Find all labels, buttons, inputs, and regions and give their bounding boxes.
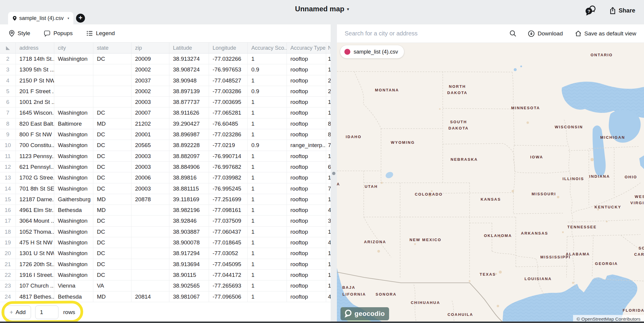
row-number[interactable]: 12 [0,162,16,172]
table-row[interactable]: 23107 Church ...ViennaVA38.902565-77.265… [0,280,331,291]
table-cell[interactable]: 38.892228 [169,140,209,150]
geocodio-logo-badge[interactable]: geocodio [340,307,389,320]
table-cell[interactable]: Washington [54,54,93,64]
table-cell[interactable]: 621 Pennsyl... [16,162,54,172]
table-cell[interactable]: rooftop [287,107,326,118]
add-rows-button[interactable]: + Add [4,305,31,319]
table-cell[interactable]: 38.90948 [169,75,209,86]
table-cell[interactable]: 20814 [131,291,169,302]
column-header-zip[interactable]: zip [131,43,169,53]
table-cell[interactable]: -76.990714 [209,151,248,161]
table-cell[interactable]: 1 [248,107,287,118]
table-cell[interactable]: 1 [248,183,287,194]
row-number[interactable]: 2 [0,54,16,64]
table-cell[interactable]: DC [93,216,131,226]
table-cell[interactable] [54,64,93,75]
table-row[interactable]: 173064 Mount ...WashingtonDC38.92846-77.… [0,216,331,226]
table-cell[interactable] [93,86,131,96]
row-number[interactable]: 6 [0,97,16,107]
column-header-accuracy-type[interactable]: Accuracy Type [287,43,326,53]
table-cell[interactable]: rooftop [287,216,326,226]
table-cell[interactable]: DC [93,259,131,269]
search-input[interactable] [345,30,510,37]
table-cell[interactable]: 1 [326,97,331,107]
table-cell[interactable]: 1 [248,248,287,258]
table-cell[interactable]: rooftop [287,75,326,86]
table-cell[interactable]: 2150 P St NW [16,75,54,86]
row-number[interactable]: 13 [0,172,16,183]
column-header-n[interactable]: N [326,43,331,53]
table-row[interactable]: 5201 F Street ...2000238.897139-77.00328… [0,86,331,97]
table-cell[interactable]: DC [93,162,131,172]
table-cell[interactable]: 38.917294 [169,248,209,258]
row-number[interactable]: 20 [0,248,16,258]
table-cell[interactable]: rooftop [287,162,326,172]
table-cell[interactable]: 1916 I Street... [16,270,54,280]
table-cell[interactable]: DC [93,140,131,150]
table-cell[interactable]: 38.896987 [169,129,209,140]
table-cell[interactable]: 1123 Pennsy... [16,151,54,161]
table-row[interactable]: 12621 Pennsyl...WashingtonDC2000338.8849… [0,162,331,172]
table-cell[interactable]: -76.995245 [209,183,248,194]
table-cell[interactable]: 12187 Darne... [16,194,54,205]
table-row[interactable]: 164961 Elm Str...BethesdaMD38.982196-77.… [0,205,331,216]
table-cell[interactable] [131,259,169,269]
table-cell[interactable]: rooftop [287,64,326,75]
table-cell[interactable]: 1 [248,162,287,172]
search-button[interactable] [510,30,516,37]
table-cell[interactable]: 1 [248,75,287,86]
table-row[interactable]: 1512187 Darne...GaithersburgMD2087839.11… [0,194,331,205]
table-cell[interactable]: 4 [326,291,331,302]
table-cell[interactable]: 1 [248,118,287,129]
table-cell[interactable]: -77.018645 [209,237,248,248]
table-cell[interactable]: 20001 [131,129,169,140]
table-cell[interactable] [93,64,131,75]
table-cell[interactable] [131,216,169,226]
table-cell[interactable]: 7 [326,140,331,150]
table-cell[interactable]: DC [93,151,131,161]
table-cell[interactable]: 0.9 [248,140,287,150]
table-cell[interactable]: 38.884906 [169,162,209,172]
table-cell[interactable]: DC [93,237,131,248]
table-cell[interactable]: 4961 Elm Str... [16,205,54,215]
row-number[interactable]: 23 [0,280,16,291]
map-title-menu[interactable]: Unnamed map ▾ [295,5,349,13]
table-cell[interactable]: 1001 2nd St ... [16,97,54,107]
table-cell[interactable]: 7 [326,183,331,194]
table-cell[interactable]: -77.060437 [209,227,248,237]
table-cell[interactable]: -77.065281 [209,107,248,118]
row-count-input[interactable] [35,305,58,319]
legend-button[interactable]: Legend [86,30,115,37]
table-cell[interactable]: Washington [54,248,93,258]
table-cell[interactable]: 3 [326,216,331,226]
table-cell[interactable]: 38.877737 [169,97,209,107]
table-cell[interactable]: Washington [54,151,93,161]
table-cell[interactable]: Washington [54,162,93,172]
table-cell[interactable]: MD [93,205,131,215]
table-cell[interactable] [131,280,169,291]
table-cell[interactable]: 1 [248,54,287,64]
table-cell[interactable]: -77.037509 [209,216,248,226]
table-cell[interactable]: 20878 [131,194,169,205]
table-cell[interactable]: 1309 5th St ... [16,64,54,75]
row-number[interactable]: 10 [0,140,16,150]
table-cell[interactable]: rooftop [287,97,326,107]
table-cell[interactable]: Washington [54,270,93,280]
table-cell[interactable]: -76.997682 [209,162,248,172]
download-button[interactable]: Download [528,30,563,37]
table-cell[interactable]: 1 [326,151,331,161]
table-cell[interactable]: 1 [326,270,331,280]
row-number[interactable]: 21 [0,259,16,269]
table-cell[interactable]: 4 [326,205,331,215]
table-cell[interactable]: 38.882097 [169,151,209,161]
table-cell[interactable]: 1 [326,64,331,75]
table-cell[interactable]: Washington [54,107,93,118]
row-number[interactable]: 9 [0,129,16,140]
table-cell[interactable]: 8 [326,118,331,129]
table-cell[interactable]: rooftop [287,227,326,237]
table-cell[interactable]: 20009 [131,54,169,64]
table-cell[interactable]: DC [93,248,131,258]
table-cell[interactable]: Vienna [54,280,93,291]
table-cell[interactable]: 1 [248,194,287,205]
table-cell[interactable]: 38.982196 [169,205,209,215]
